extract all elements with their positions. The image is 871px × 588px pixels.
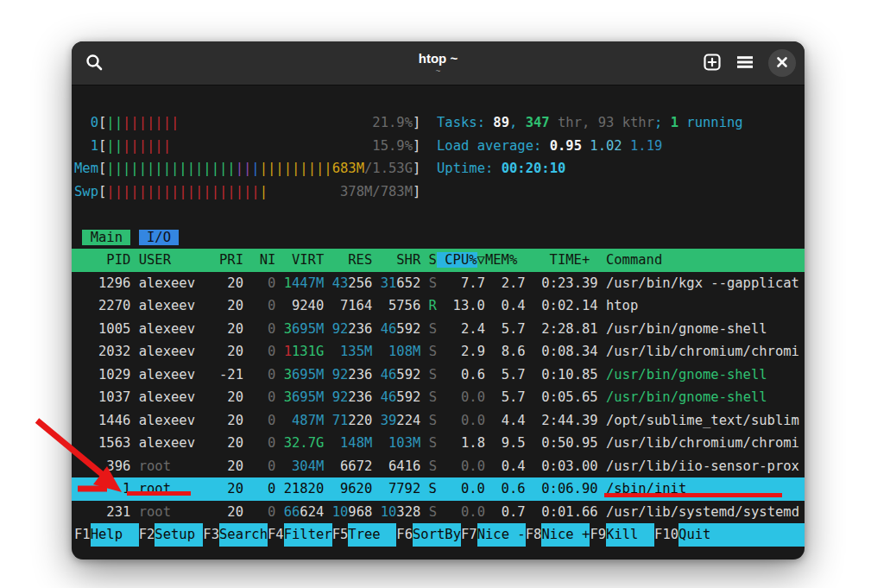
process-row-1296[interactable]: 1296 alexeev 20 0 1447M 43256 31652 S 7.… [72, 272, 805, 295]
text-segment: 378M/783M [340, 184, 413, 199]
text-segment: 148M [340, 435, 372, 451]
text-segment [372, 435, 388, 451]
text-segment [324, 321, 331, 337]
text-segment: 592 [396, 367, 420, 383]
text-segment [372, 367, 380, 383]
fkey-label-sortby[interactable]: SortBy [413, 523, 461, 547]
close-icon [776, 56, 788, 71]
process-row-396[interactable]: 396 root 20 0 304M 6672 6416 S 0.0 0.4 0… [72, 455, 805, 478]
fkey-label-quit[interactable]: Quit [678, 523, 805, 547]
fkey-label-filter[interactable]: Filter [284, 523, 332, 547]
process-row-2270[interactable]: 2270 alexeev 20 0 9240 7164 5756 R 13.0 … [72, 294, 805, 318]
text-segment: 0 [243, 321, 275, 337]
text-segment: 236 [348, 321, 372, 337]
text-segment: thr, 93 kthr [550, 115, 654, 130]
text-segment: 683M [332, 161, 364, 176]
fkey-label-setup[interactable]: Setup [155, 523, 203, 547]
close-button[interactable] [768, 49, 796, 77]
text-segment: 624 [300, 504, 324, 520]
text-segment: /usr/bin/kgx --gapplicat [606, 275, 799, 291]
fkey-f6[interactable]: F6 [396, 523, 413, 547]
text-segment: 0 [243, 298, 275, 313]
text-segment: ||||||||||||||||||| [106, 184, 259, 199]
menu-button[interactable] [735, 53, 754, 74]
process-row-1037[interactable]: 1037 alexeev 20 0 3695M 92236 46592 S 0.… [72, 386, 805, 409]
fkey-label-nice-[interactable]: Nice - [477, 523, 526, 547]
text-segment: S [420, 435, 437, 451]
text-segment: 1 root 20 0 21820 9620 7792 S 0.0 0.6 0:… [74, 481, 805, 496]
text-segment: 21.9% [372, 115, 413, 130]
text-segment: ] [413, 138, 420, 154]
text-segment: [ [98, 184, 106, 199]
text-segment: ; [654, 115, 671, 130]
fkey-f10[interactable]: F10 [654, 523, 678, 547]
process-row-1446[interactable]: 1446 alexeev 20 0 487M 71220 39224 S 0.0… [72, 409, 805, 433]
text-segment [420, 115, 437, 130]
process-table: 1296 alexeev 20 0 1447M 43256 31652 S 7.… [72, 272, 805, 524]
text-segment: || [106, 115, 123, 130]
text-segment: [ [98, 138, 106, 154]
process-row-231[interactable]: 231 root 20 0 66624 10968 10328 S 0.0 0.… [72, 501, 805, 524]
text-segment: /usr/lib/chromium/chromi [606, 435, 799, 451]
terminal-window: htop ~ ~ [72, 41, 805, 560]
text-segment: CPU% [437, 252, 477, 268]
text-segment: 0.0 [437, 504, 485, 520]
text-segment: 00:20:10 [502, 161, 566, 176]
text-segment [420, 161, 437, 176]
text-segment: /usr/bin/gnome-shell [606, 321, 767, 337]
text-segment: |||||||||||||||| [106, 161, 235, 176]
text-segment: /usr/lib/iio-sensor-prox [606, 458, 799, 474]
fkey-f1[interactable]: F1 [74, 523, 91, 547]
text-segment: Tasks: [437, 115, 493, 130]
fkey-f9[interactable]: F9 [590, 523, 606, 547]
search-button[interactable] [84, 52, 104, 75]
text-segment: S [420, 458, 437, 474]
text-segment [372, 275, 380, 291]
text-segment: 0 [243, 413, 275, 428]
text-segment: 20 [211, 458, 243, 474]
text-segment: Mem [74, 161, 98, 176]
text-segment [324, 367, 331, 383]
text-segment: 2.9 8.6 0:08.34 [437, 344, 606, 359]
text-segment: |||||| [123, 138, 171, 154]
process-row-1[interactable]: 1 root 20 0 21820 9620 7792 S 0.0 0.6 0:… [72, 477, 805, 501]
fkey-f5[interactable]: F5 [332, 523, 349, 547]
new-tab-button[interactable] [703, 53, 722, 74]
text-segment [74, 115, 91, 130]
desktop-background: htop ~ ~ [0, 0, 871, 588]
text-segment [324, 504, 331, 520]
text-segment: 0.0 [437, 389, 485, 405]
process-row-1563[interactable]: 1563 alexeev 20 0 32.7G 148M 103M S 1.8 … [72, 432, 805, 455]
process-row-1005[interactable]: 1005 alexeev 20 0 3695M 92236 46592 S 2.… [72, 318, 805, 341]
text-segment: 1563 alexeev 20 [74, 435, 243, 451]
text-segment: | [251, 161, 259, 176]
fkey-label-tree[interactable]: Tree [348, 523, 396, 547]
fkey-f8[interactable]: F8 [526, 523, 542, 547]
text-segment: 10 [332, 504, 349, 520]
fkey-f2[interactable]: F2 [139, 523, 155, 547]
process-row-1029[interactable]: 1029 alexeev -21 0 3695M 92236 46592 S 0… [72, 364, 805, 387]
text-segment: 304M [292, 458, 324, 474]
text-segment: || [106, 138, 123, 154]
text-segment: 347 [526, 115, 550, 130]
text-segment: ] [413, 161, 420, 176]
fkey-label-kill[interactable]: Kill [606, 523, 654, 547]
fkey-label-search[interactable]: Search [219, 523, 268, 547]
tab-io[interactable]: I/O [139, 230, 180, 245]
text-segment: 46 [381, 367, 397, 383]
text-segment: Uptime: [437, 161, 502, 176]
text-segment: 1005 alexeev 20 [74, 321, 243, 337]
process-row-2032[interactable]: 2032 alexeev 20 0 1131G 135M 108M S 2.9 … [72, 340, 805, 364]
tab-main[interactable]: Main [82, 230, 130, 245]
fkey-f4[interactable]: F4 [268, 523, 284, 547]
text-segment [268, 184, 340, 199]
text-segment: 0.0 [437, 413, 485, 428]
fkey-f3[interactable]: F3 [203, 523, 219, 547]
fkey-label-help[interactable]: Help [91, 523, 139, 547]
fkey-label-nice-[interactable]: Nice + [541, 523, 590, 547]
table-header[interactable]: PID USER PRI NI VIRT RES SHR S CPU%▽MEM%… [72, 249, 805, 272]
fkey-f7[interactable]: F7 [461, 523, 477, 547]
text-segment [275, 413, 292, 428]
text-segment: 0 [243, 344, 275, 359]
text-segment: ▽MEM% TIME+ Command [477, 252, 805, 268]
